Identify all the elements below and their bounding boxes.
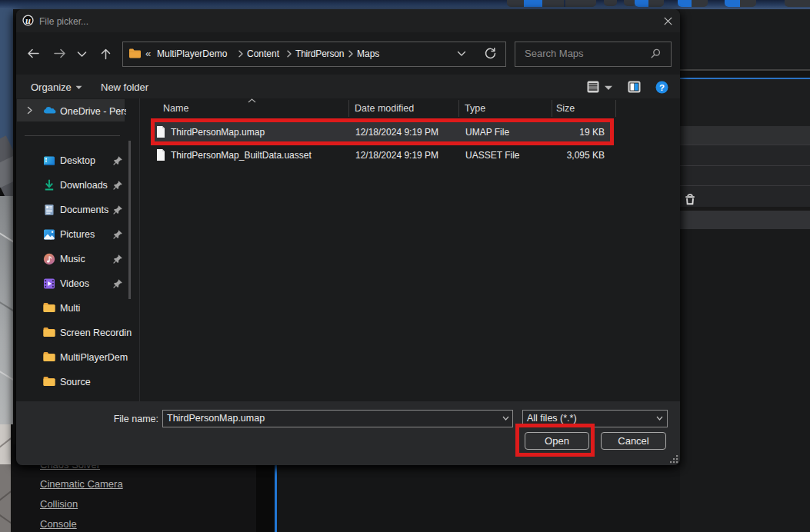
svg-text:?: ? xyxy=(659,83,665,92)
svg-text:u: u xyxy=(25,15,31,26)
